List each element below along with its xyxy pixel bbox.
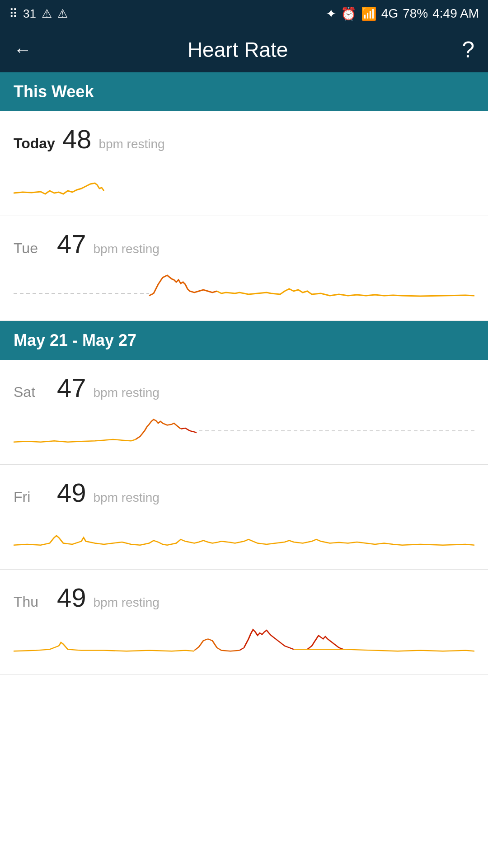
- warning-icon-2: ⚠: [57, 7, 68, 21]
- battery-text: 78%: [403, 6, 428, 21]
- day-bpm-tue: 47: [57, 229, 86, 259]
- bluetooth-icon: ✦: [326, 6, 336, 21]
- chart-thu: [14, 620, 474, 665]
- chart-svg-tue: [14, 266, 474, 311]
- day-header-fri: Fri 49 bpm resting: [14, 477, 474, 508]
- app-header: ← Heart Rate ?: [0, 27, 488, 72]
- day-bpm-unit-tue: bpm resting: [94, 242, 160, 256]
- day-label-tue: Tue: [14, 240, 50, 257]
- warning-icon-1: ⚠: [42, 7, 52, 21]
- wifi-icon: 📶: [361, 6, 377, 21]
- signal-icon: 4G: [381, 6, 398, 21]
- section-header-this-week: This Week: [0, 72, 488, 111]
- day-label-fri: Fri: [14, 489, 50, 505]
- day-bpm-sat: 47: [57, 373, 86, 403]
- day-bpm-thu: 49: [57, 582, 86, 613]
- chart-tue: [14, 266, 474, 311]
- day-header-tue: Tue 47 bpm resting: [14, 229, 474, 259]
- alarm-icon: ⏰: [341, 6, 357, 21]
- day-bpm-unit-today: bpm resting: [99, 137, 164, 151]
- chart-today: [14, 161, 474, 207]
- day-bpm-today: 48: [62, 124, 92, 154]
- day-bpm-unit-thu: bpm resting: [94, 595, 160, 610]
- page-title: Heart Rate: [14, 38, 462, 62]
- status-bar: ⠿ 31 ⚠ ⚠ ✦ ⏰ 📶 4G 78% 4:49 AM: [0, 0, 488, 27]
- main-content: This Week Today 48 bpm resting Tue 47 bp…: [0, 72, 488, 675]
- status-left: ⠿ 31 ⚠ ⚠: [9, 7, 68, 21]
- day-bpm-unit-fri: bpm resting: [94, 491, 160, 505]
- calendar-icon: 31: [23, 7, 36, 21]
- day-header-thu: Thu 49 bpm resting: [14, 582, 474, 613]
- chart-sat: [14, 410, 474, 455]
- section-title-this-week: This Week: [14, 82, 94, 101]
- chart-svg-fri: [14, 515, 474, 560]
- status-right: ✦ ⏰ 📶 4G 78% 4:49 AM: [326, 6, 479, 21]
- section-title-may: May 21 - May 27: [14, 331, 136, 349]
- time-text: 4:49 AM: [432, 6, 479, 21]
- day-label-today: Today: [14, 135, 55, 152]
- day-label-sat: Sat: [14, 384, 50, 401]
- day-bpm-fri: 49: [57, 477, 86, 508]
- help-button[interactable]: ?: [462, 37, 474, 63]
- day-header-sat: Sat 47 bpm resting: [14, 373, 474, 403]
- section-header-may: May 21 - May 27: [0, 321, 488, 360]
- day-bpm-unit-sat: bpm resting: [94, 386, 160, 400]
- chart-svg-thu: [14, 620, 474, 665]
- chart-svg-sat: [14, 410, 474, 455]
- day-header-today: Today 48 bpm resting: [14, 124, 474, 154]
- day-row-sat[interactable]: Sat 47 bpm resting: [0, 360, 488, 465]
- chart-svg-today: [14, 161, 474, 207]
- notification-icon: ⠿: [9, 7, 18, 21]
- day-row-thu[interactable]: Thu 49 bpm resting: [0, 570, 488, 675]
- day-row-fri[interactable]: Fri 49 bpm resting: [0, 465, 488, 570]
- day-row-today[interactable]: Today 48 bpm resting: [0, 111, 488, 216]
- day-row-tue[interactable]: Tue 47 bpm resting: [0, 216, 488, 321]
- day-label-thu: Thu: [14, 594, 50, 610]
- chart-fri: [14, 515, 474, 560]
